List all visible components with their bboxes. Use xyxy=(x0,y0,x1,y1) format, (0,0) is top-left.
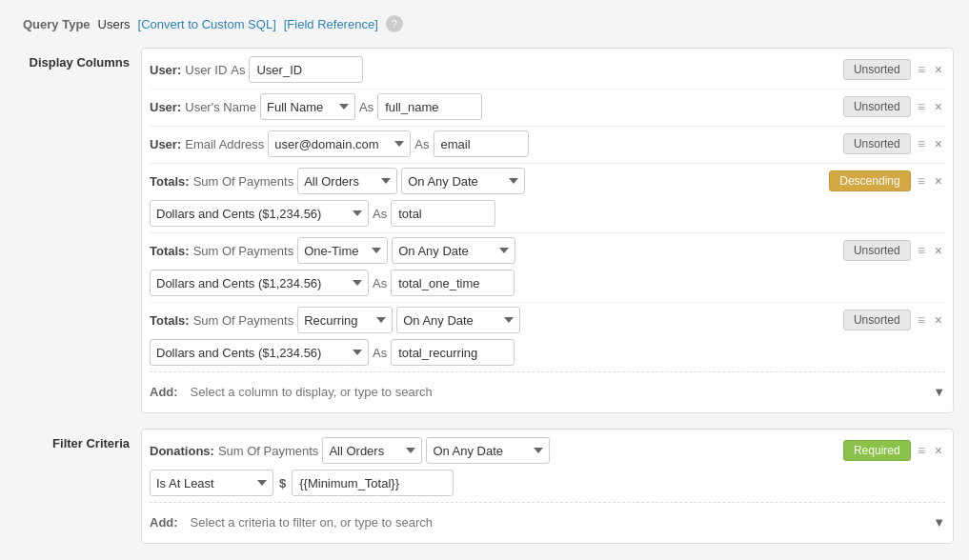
row6-drag-icon[interactable]: ≡ xyxy=(915,310,928,330)
row5-date-select[interactable]: On Any Date On Date xyxy=(392,237,515,264)
display-columns-label: Display Columns xyxy=(15,48,130,413)
display-row-totals-all: Totals: Sum Of Payments All Orders One-T… xyxy=(150,168,945,227)
display-row-totals-recurring: Totals: Sum Of Payments Recurring All Or… xyxy=(150,307,945,366)
row2-sort-badge[interactable]: Unsorted xyxy=(843,96,911,117)
filter-row-1-sub: Is At Least Is At Most Is Equal To $ xyxy=(150,470,945,496)
display-add-input[interactable] xyxy=(184,378,928,405)
row5-sort-badge[interactable]: Unsorted xyxy=(843,240,911,261)
display-add-row: Add: ▼ xyxy=(150,371,945,405)
divider4 xyxy=(150,232,945,233)
frow1-field: Sum Of Payments xyxy=(218,444,318,458)
display-row-email: User: Email Address user@domain.com As U… xyxy=(150,130,945,157)
help-icon[interactable]: ? xyxy=(386,15,403,32)
row1-as-label: As xyxy=(231,63,245,77)
row5-order-select[interactable]: One-Time All Orders Recurring xyxy=(297,237,388,264)
display-row-totals-recurring-top: Totals: Sum Of Payments Recurring All Or… xyxy=(150,307,945,333)
frow1-condition-select[interactable]: Is At Least Is At Most Is Equal To xyxy=(150,470,273,496)
row3-remove-btn[interactable]: × xyxy=(932,134,945,153)
display-row-totals-all-top: Totals: Sum Of Payments All Orders One-T… xyxy=(150,168,945,194)
row5-prefix: Totals: xyxy=(150,244,190,258)
row2-field: User's Name xyxy=(185,100,256,114)
display-add-chevron-icon: ▼ xyxy=(933,385,945,399)
row4-sub-alias-input[interactable] xyxy=(391,200,495,227)
row4-field: Sum Of Payments xyxy=(193,174,293,189)
row2-prefix: User: xyxy=(150,100,181,114)
row2-name-select[interactable]: Full Name xyxy=(260,93,355,120)
row6-date-select[interactable]: On Any Date On Date xyxy=(396,307,520,333)
row4-date-select[interactable]: On Any Date On Date xyxy=(401,168,525,194)
frow1-currency-sign: $ xyxy=(277,476,288,490)
row5-sub-as-label: As xyxy=(373,276,387,290)
row3-drag-icon[interactable]: ≡ xyxy=(915,134,928,153)
row1-drag-icon[interactable]: ≡ xyxy=(915,60,928,79)
display-columns-section: Display Columns User: User ID As Unsorte… xyxy=(15,48,954,413)
row4-sort-badge[interactable]: Descending xyxy=(829,170,910,191)
row6-sort-badge[interactable]: Unsorted xyxy=(843,310,911,330)
row6-sub-alias-input[interactable] xyxy=(391,339,515,366)
row4-drag-icon[interactable]: ≡ xyxy=(915,171,928,190)
row3-alias-input[interactable] xyxy=(434,130,529,157)
row2-as-label: As xyxy=(359,100,373,114)
frow1-prefix: Donations: xyxy=(150,444,214,458)
frow1-remove-btn[interactable]: × xyxy=(932,441,945,460)
filter-criteria-label: Filter Criteria xyxy=(15,429,130,544)
row6-sub-as-label: As xyxy=(373,346,387,360)
row5-remove-btn[interactable]: × xyxy=(932,241,945,260)
filter-add-label: Add: xyxy=(150,515,178,530)
query-type-row: Query Type Users [Convert to Custom SQL]… xyxy=(15,15,954,32)
row1-sort-badge[interactable]: Unsorted xyxy=(843,59,911,80)
frow1-order-select[interactable]: All Orders One-Time Recurring xyxy=(322,437,422,464)
convert-to-sql-link[interactable]: [Convert to Custom SQL] xyxy=(138,17,276,31)
row6-prefix: Totals: xyxy=(150,313,190,328)
row1-alias-input[interactable] xyxy=(249,56,363,83)
frow1-value-input[interactable] xyxy=(292,470,454,496)
row2-drag-icon[interactable]: ≡ xyxy=(915,97,928,116)
row5-sub-alias-input[interactable] xyxy=(391,270,515,296)
display-add-label: Add: xyxy=(150,385,178,399)
divider1 xyxy=(150,89,945,90)
display-row-totals-onetime: Totals: Sum Of Payments One-Time All Ord… xyxy=(150,237,945,296)
display-row-totals-all-sub: Dollars and Cents ($1,234.56) As xyxy=(150,200,945,227)
row1-prefix: User: xyxy=(150,63,181,77)
frow1-date-select[interactable]: On Any Date On Date xyxy=(426,437,550,464)
row4-prefix: Totals: xyxy=(150,174,190,189)
filter-row-1-top: Donations: Sum Of Payments All Orders On… xyxy=(150,437,945,464)
row4-remove-btn[interactable]: × xyxy=(932,171,945,190)
display-row-totals-recurring-sub: Dollars and Cents ($1,234.56) As xyxy=(150,339,945,366)
filter-criteria-content: Donations: Sum Of Payments All Orders On… xyxy=(141,429,954,544)
display-row-totals-onetime-sub: Dollars and Cents ($1,234.56) As xyxy=(150,270,945,296)
filter-add-chevron-icon: ▼ xyxy=(933,515,945,530)
filter-add-input[interactable] xyxy=(184,509,928,535)
row4-sub-as-label: As xyxy=(373,207,387,221)
row6-order-select[interactable]: Recurring All Orders One-Time xyxy=(297,307,393,333)
filter-add-row: Add: ▼ xyxy=(150,502,945,535)
row3-field: Email Address xyxy=(185,137,264,151)
display-row-users-name: User: User's Name Full Name As Unsorted … xyxy=(150,93,945,120)
field-reference-link[interactable]: [Field Reference] xyxy=(284,17,378,31)
row3-email-select[interactable]: user@domain.com xyxy=(268,130,411,157)
row6-field: Sum Of Payments xyxy=(193,313,293,328)
display-row-totals-onetime-top: Totals: Sum Of Payments One-Time All Ord… xyxy=(150,237,945,264)
row2-alias-input[interactable] xyxy=(377,93,482,120)
row5-format-select[interactable]: Dollars and Cents ($1,234.56) xyxy=(150,270,369,296)
row1-field: User ID xyxy=(185,63,227,77)
row5-drag-icon[interactable]: ≡ xyxy=(915,241,928,260)
row1-remove-btn[interactable]: × xyxy=(932,60,945,79)
display-row-user-id: User: User ID As Unsorted ≡ × xyxy=(150,56,945,83)
frow1-required-badge[interactable]: Required xyxy=(843,440,911,461)
row5-field: Sum Of Payments xyxy=(193,244,293,258)
row6-format-select[interactable]: Dollars and Cents ($1,234.56) xyxy=(150,339,369,366)
page-container: Query Type Users [Convert to Custom SQL]… xyxy=(15,15,954,544)
row4-order-select[interactable]: All Orders One-Time Recurring xyxy=(297,168,397,194)
query-type-label: Query Type xyxy=(23,17,91,31)
filter-row-1: Donations: Sum Of Payments All Orders On… xyxy=(150,437,945,496)
divider5 xyxy=(150,302,945,303)
row3-sort-badge[interactable]: Unsorted xyxy=(843,133,911,154)
display-columns-content: User: User ID As Unsorted ≡ × User: User… xyxy=(141,48,954,413)
frow1-drag-icon[interactable]: ≡ xyxy=(915,441,928,460)
row6-remove-btn[interactable]: × xyxy=(932,310,945,330)
row4-format-select[interactable]: Dollars and Cents ($1,234.56) xyxy=(150,200,369,227)
row2-remove-btn[interactable]: × xyxy=(932,97,945,116)
divider3 xyxy=(150,163,945,164)
query-type-value: Users xyxy=(98,17,131,31)
